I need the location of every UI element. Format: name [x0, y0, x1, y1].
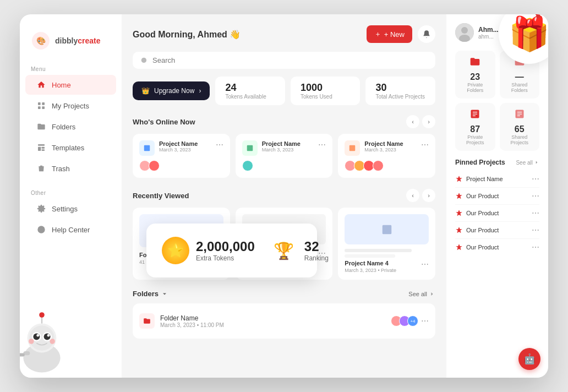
upgrade-button[interactable]: 👑 Upgrade Now ›	[133, 81, 210, 100]
pinned-item-4[interactable]: Our Product ⋯	[455, 222, 539, 239]
popup-ranking-label: Ranking	[304, 254, 329, 262]
shared-projects-count: 65	[505, 124, 534, 134]
notification-button[interactable]	[418, 25, 435, 43]
shared-folders-count: —	[505, 72, 534, 82]
recently-viewed-item-3[interactable]: Project Name 4 March 3, 2023 • Private ⋯	[338, 208, 435, 280]
online-projects-list: Project Name March 3, 2023 ⋯	[133, 134, 435, 178]
private-projects-card: 87 Private Projects	[455, 103, 495, 151]
home-icon	[36, 80, 46, 90]
pinned-title: Pinned Projects	[455, 159, 505, 166]
sidebar-item-help[interactable]: Help Center	[25, 220, 116, 239]
right-panel: Ahm... ahm... 23 Private Folders — Share…	[446, 14, 548, 378]
filter-icon	[420, 57, 428, 64]
folder-row-info: Folder Name March 3, 2023 • 11:00 PM	[160, 314, 385, 328]
help-icon	[36, 225, 46, 235]
online-project-avatars-2	[242, 160, 326, 171]
svg-point-9	[36, 334, 39, 337]
private-projects-count: 87	[461, 124, 490, 134]
popup-card: ⭐ 2,000,000 Extra Tokens 🏆 32 Ranking	[146, 224, 317, 277]
tokens-available-value: 24	[225, 82, 275, 94]
stat-card-tokens-available: 24 Tokens Available	[215, 77, 285, 105]
sidebar-item-templates[interactable]: Templates	[25, 138, 116, 157]
pinned-item-name-1: Project Name	[466, 176, 503, 182]
active-projects-label: Total Active Projects	[375, 94, 425, 100]
greeting-text: Good Morning, Ahmed 👋	[133, 29, 241, 40]
pinned-item-1[interactable]: Project Name ⋯	[455, 171, 539, 188]
svg-rect-27	[42, 147, 45, 149]
shared-projects-icon	[505, 108, 534, 122]
online-project-more-1[interactable]: ⋯	[216, 140, 223, 149]
svg-point-8	[44, 334, 51, 340]
grid-icon	[36, 101, 46, 111]
pinned-item-name-4: Our Product	[466, 227, 499, 233]
robot-chat-button[interactable]: 🤖	[518, 348, 540, 370]
stat-card-active-projects: 30 Total Active Projects	[365, 77, 435, 105]
trophy-icon: 🏆	[270, 237, 298, 264]
private-folders-card: 23 Private Folders	[455, 51, 495, 99]
pinned-item-3[interactable]: Our Product ⋯	[455, 205, 539, 222]
recently-viewed-more-3[interactable]: ⋯	[421, 260, 429, 269]
online-project-name-3: Project Name	[364, 140, 403, 147]
pinned-item-more-1[interactable]: ⋯	[532, 175, 539, 183]
online-project-more-3[interactable]: ⋯	[421, 140, 429, 149]
online-project-card-1[interactable]: Project Name March 3, 2023 ⋯	[133, 134, 230, 178]
recently-viewed-prev[interactable]: ‹	[406, 189, 419, 202]
svg-point-41	[461, 27, 468, 34]
gift-icon: 🎁	[509, 14, 549, 53]
folder-row-1[interactable]: Folder Name March 3, 2023 • 11:00 PM +4 …	[139, 310, 429, 332]
sidebar-item-my-projects[interactable]: My Projects	[25, 96, 116, 116]
user-email: ahm...	[478, 34, 499, 40]
popup-ranking-item: 🏆 32 Ranking	[270, 237, 329, 264]
robot-mascot	[20, 302, 75, 378]
online-prev-arrow[interactable]: ‹	[406, 115, 419, 128]
sidebar-item-trash[interactable]: Trash	[25, 159, 116, 178]
svg-point-17	[20, 311, 21, 319]
online-next-arrow[interactable]: ›	[422, 115, 435, 128]
svg-rect-26	[38, 147, 41, 151]
online-nav-arrows: ‹ ›	[406, 115, 435, 128]
folder-row-more[interactable]: ⋯	[421, 317, 429, 325]
folders-see-all[interactable]: See all	[408, 291, 435, 297]
search-input[interactable]	[152, 56, 416, 64]
folder-icon	[36, 122, 46, 132]
sidebar-item-folders[interactable]: Folders	[25, 117, 116, 137]
svg-point-11	[29, 339, 34, 344]
menu-section-label: Menu	[20, 62, 122, 74]
online-project-more-2[interactable]: ⋯	[318, 140, 326, 149]
pinned-see-all[interactable]: See all	[516, 160, 539, 166]
online-project-avatars-1	[139, 160, 223, 171]
robot-button-area: 🤖	[518, 348, 540, 370]
user-avatar	[455, 23, 474, 42]
sidebar-label-help: Help Center	[52, 226, 90, 234]
svg-rect-24	[42, 106, 45, 109]
sidebar-item-settings[interactable]: Settings	[25, 199, 116, 219]
pinned-item-more-5[interactable]: ⋯	[532, 243, 539, 252]
svg-point-12	[50, 339, 55, 344]
chevron-right-icon: ›	[199, 87, 201, 95]
folder-grid-icon	[461, 56, 490, 70]
pinned-item-more-4[interactable]: ⋯	[532, 226, 539, 235]
pinned-item-5[interactable]: Our Product ⋯	[455, 239, 539, 255]
svg-point-15	[26, 323, 30, 326]
sidebar-item-home[interactable]: Home	[25, 75, 116, 95]
shared-projects-card: 65 Shared Projects	[500, 103, 540, 151]
recently-viewed-title: Recently Viewed	[133, 192, 189, 200]
new-button[interactable]: ＋ + New	[367, 25, 412, 43]
pinned-see-all-icon	[534, 160, 539, 165]
sidebar-label-settings: Settings	[52, 205, 78, 213]
pinned-item-more-2[interactable]: ⋯	[532, 192, 539, 200]
stats-row: 👑 Upgrade Now › 24 Tokens Available 1000…	[133, 77, 435, 105]
search-icon	[140, 57, 148, 64]
recently-viewed-next[interactable]: ›	[422, 189, 435, 202]
pinned-item-more-3[interactable]: ⋯	[532, 209, 539, 217]
online-project-card-3[interactable]: Project Name March 3, 2023 ⋯	[338, 134, 435, 178]
pin-icon-1	[455, 175, 463, 183]
pinned-item-2[interactable]: Our Product ⋯	[455, 188, 539, 205]
folder-row-meta: March 3, 2023 • 11:00 PM	[160, 322, 385, 328]
online-project-date-3: March 3, 2023	[364, 147, 403, 153]
popup-tokens-value: 2,000,000	[196, 239, 255, 254]
plus-icon: ＋	[374, 29, 381, 39]
svg-rect-39	[382, 225, 391, 234]
svg-point-16	[21, 318, 26, 323]
online-project-card-2[interactable]: Project Name March 3, 2023 ⋯	[236, 134, 333, 178]
